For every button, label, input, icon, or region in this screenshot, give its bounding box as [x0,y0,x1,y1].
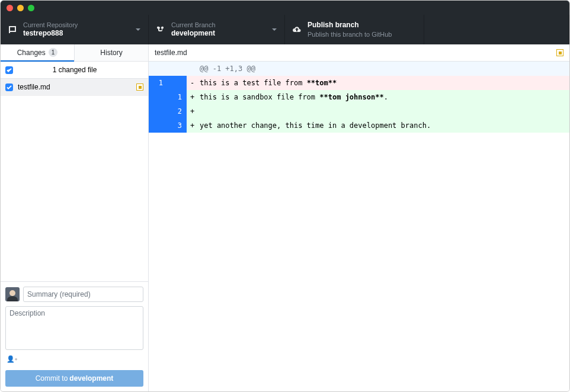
zoom-window-button[interactable] [28,5,34,11]
tab-changes[interactable]: Changes 1 [1,44,74,62]
gutter-new [168,76,187,90]
chevron-down-icon [135,27,141,33]
gutter-old [149,118,168,133]
sidebar-tabs: Changes 1 History [1,44,148,62]
select-all-checkbox[interactable] [5,66,13,74]
publish-button[interactable]: Publish branch Publish this branch to Gi… [285,15,424,44]
sidebar: Changes 1 History 1 changed file [1,44,149,391]
commit-button-prefix: Commit to [36,374,68,383]
gutter-new: 2 [168,104,187,118]
commit-button-branch: development [69,374,113,383]
gutter-old [149,90,168,104]
changes-header: 1 changed file [1,62,148,79]
diff-sign: + [187,104,195,118]
gutter-old [149,104,168,118]
hunk-header-text: @@ -1 +1,3 @@ [195,62,569,76]
diff-sign: + [187,90,195,104]
tab-history-label: History [100,49,122,57]
diff-line-content: this is a test file from **tom** [195,76,569,90]
add-coauthor-button[interactable]: 👤﹢ [5,354,143,366]
file-checkbox[interactable] [5,83,13,91]
titlebar [1,1,569,15]
diff-sign: + [187,118,195,133]
branch-name: development [171,29,268,38]
app-window: Current Repository testrepo888 Current B… [0,0,570,392]
file-list: testfile.md [1,79,148,281]
diff-hunk-header: @@ -1 +1,3 @@ [149,62,569,76]
diff-line-content: this is a sandbox file from **tom johnso… [195,90,569,104]
commit-description-input[interactable] [5,306,143,350]
tab-changes-label: Changes [17,49,46,57]
toolbar: Current Repository testrepo888 Current B… [1,15,569,44]
diff-line[interactable]: 2+ [149,104,569,118]
branch-selector[interactable]: Current Branch development [149,15,285,44]
commit-form: 👤﹢ Commit to development [1,281,148,391]
repo-icon [8,25,17,34]
changes-summary: 1 changed file [18,66,143,74]
diff-line-content: yet another change, this time in a devel… [195,118,569,133]
repo-name: testrepo888 [23,29,132,38]
diff-line[interactable]: 1-this is a test file from **tom** [149,76,569,90]
main-panel: testfile.md @@ -1 +1,3 @@ 1-this is a te… [149,44,569,391]
commit-button[interactable]: Commit to development [5,370,143,387]
diff-line-content [195,104,569,118]
branch-icon [156,25,165,34]
file-row[interactable]: testfile.md [1,79,148,96]
close-window-button[interactable] [7,5,13,11]
coauthor-icon: 👤﹢ [7,355,18,362]
branch-label: Current Branch [171,21,268,29]
gutter-old: 1 [149,76,168,90]
file-header-name: testfile.md [155,49,556,57]
chevron-down-icon [271,27,277,33]
diff-viewer[interactable]: @@ -1 +1,3 @@ 1-this is a test file from… [149,62,569,391]
modified-indicator-icon [556,49,563,56]
diff-sign: - [187,76,195,90]
avatar [5,287,20,301]
publish-title: Publish branch [308,21,417,30]
toolbar-spacer [424,15,569,44]
commit-summary-input[interactable] [23,287,143,302]
changes-count-badge: 1 [49,48,58,57]
diff-table: @@ -1 +1,3 @@ 1-this is a test file from… [149,62,569,133]
repository-selector[interactable]: Current Repository testrepo888 [1,15,149,44]
repo-label: Current Repository [23,21,132,29]
diff-line[interactable]: 1+this is a sandbox file from **tom john… [149,90,569,104]
minimize-window-button[interactable] [17,5,24,11]
publish-hint: Publish this branch to GitHub [308,30,417,38]
tab-history[interactable]: History [74,44,148,62]
diff-line[interactable]: 3+yet another change, this time in a dev… [149,118,569,133]
file-name: testfile.md [18,83,132,91]
cloud-upload-icon [292,25,302,34]
gutter-new: 3 [168,118,187,133]
gutter-new: 1 [168,90,187,104]
modified-indicator-icon [136,83,143,91]
file-header: testfile.md [149,44,569,62]
